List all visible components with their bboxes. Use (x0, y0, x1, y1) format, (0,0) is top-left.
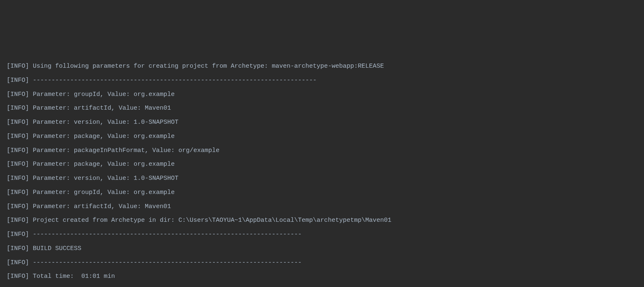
console-line: [INFO] Parameter: package, Value: org.ex… (7, 157, 637, 172)
console-line: [INFO] Parameter: artifactId, Value: Mav… (7, 200, 637, 214)
console-line: [INFO] Parameter: groupId, Value: org.ex… (7, 186, 637, 200)
console-line: [INFO] Total time: 01:01 min (7, 270, 637, 284)
console-line: [INFO] Parameter: packageInPathFormat, V… (7, 144, 637, 158)
console-line: [INFO] BUILD SUCCESS (7, 242, 637, 256)
console-line: [INFO] ---------------------------------… (7, 74, 637, 88)
console-line: [INFO] Finished at: 2022-04-07T17:28:27+… (7, 284, 637, 287)
console-line: [INFO] Parameter: groupId, Value: org.ex… (7, 88, 637, 102)
console-line: [INFO] Parameter: package, Value: org.ex… (7, 130, 637, 144)
console-line: [INFO] Using following parameters for cr… (7, 59, 637, 74)
console-line: [INFO] Project created from Archetype in… (7, 213, 637, 228)
console-output[interactable]: [INFO] Using following parameters for cr… (7, 59, 637, 287)
console-line: [INFO] Parameter: version, Value: 1.0-SN… (7, 172, 637, 186)
console-line: [INFO] Parameter: artifactId, Value: Mav… (7, 101, 637, 115)
console-line: [INFO] ---------------------------------… (7, 228, 637, 242)
console-line: [INFO] Parameter: version, Value: 1.0-SN… (7, 115, 637, 130)
console-line: [INFO] ---------------------------------… (7, 256, 637, 270)
